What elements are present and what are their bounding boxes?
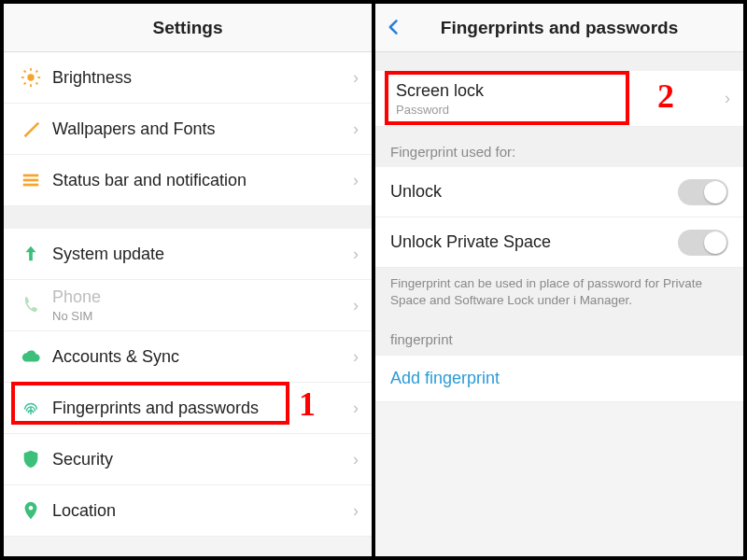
brush-icon	[17, 119, 45, 139]
item-security[interactable]: Security ›	[4, 434, 372, 485]
fp-title: Fingerprints and passwords	[441, 18, 678, 38]
item-screen-lock[interactable]: Screen lock Password ›	[375, 71, 743, 127]
chevron-right-icon: ›	[353, 245, 359, 264]
phone-icon	[17, 295, 45, 315]
item-label: Security	[52, 450, 353, 469]
svg-line-7	[24, 83, 26, 85]
item-label: Location	[52, 501, 353, 521]
item-label: Phone No SIM	[52, 287, 353, 323]
chevron-right-icon: ›	[353, 347, 359, 367]
toggle-switch[interactable]	[678, 179, 728, 205]
add-fingerprint-button[interactable]: Add fingerprint	[375, 355, 743, 402]
item-fingerprints-passwords[interactable]: Fingerprints and passwords ›	[4, 383, 372, 434]
item-accounts-sync[interactable]: Accounts & Sync ›	[4, 331, 372, 383]
settings-list-group2: System update › Phone No SIM › Accounts …	[4, 229, 372, 537]
chevron-right-icon: ›	[353, 399, 359, 418]
chevron-right-icon: ›	[353, 501, 359, 521]
item-label: Status bar and notification	[52, 171, 353, 190]
location-pin-icon	[17, 500, 45, 521]
fp-header: Fingerprints and passwords	[375, 4, 743, 52]
back-button[interactable]	[385, 15, 403, 39]
chevron-right-icon: ›	[353, 119, 359, 139]
toggle-unlock[interactable]: Unlock	[375, 167, 743, 217]
cloud-sync-icon	[17, 346, 45, 367]
arrow-up-icon	[17, 244, 45, 264]
item-label: Accounts & Sync	[52, 347, 353, 367]
svg-point-12	[29, 506, 34, 511]
chevron-right-icon: ›	[353, 450, 359, 469]
list-icon	[17, 170, 45, 190]
chevron-right-icon: ›	[353, 171, 359, 190]
item-label: Brightness	[52, 68, 353, 88]
toggle-switch[interactable]	[678, 230, 728, 256]
settings-title: Settings	[153, 18, 223, 38]
settings-panel: Settings Brightness › Wallpapers and Fon…	[4, 4, 375, 556]
item-label: Wallpapers and Fonts	[52, 119, 353, 139]
settings-header: Settings	[4, 4, 372, 52]
svg-rect-10	[23, 179, 39, 182]
toggle-unlock-private-space[interactable]: Unlock Private Space	[375, 217, 743, 268]
brightness-icon	[17, 67, 45, 88]
svg-rect-11	[23, 184, 39, 187]
item-phone[interactable]: Phone No SIM ›	[4, 280, 372, 331]
svg-line-5	[24, 71, 26, 73]
settings-list-group1: Brightness › Wallpapers and Fonts › Stat…	[4, 52, 372, 206]
item-label: System update	[52, 245, 353, 264]
fingerprint-note: Fingerprint can be used in place of pass…	[375, 268, 743, 322]
item-location[interactable]: Location ›	[4, 485, 372, 537]
chevron-right-icon: ›	[725, 89, 730, 108]
item-system-update[interactable]: System update ›	[4, 229, 372, 280]
section-fingerprint: fingerprint	[375, 322, 743, 355]
section-fingerprint-used-for: Fingerprint used for:	[375, 127, 743, 167]
section-gap	[4, 206, 372, 229]
svg-rect-9	[23, 175, 39, 177]
fingerprint-icon	[17, 398, 45, 418]
step2-number: 2	[657, 77, 674, 116]
svg-line-8	[36, 71, 38, 73]
item-label: Screen lock Password	[396, 81, 725, 117]
fingerprints-panel: Fingerprints and passwords Screen lock P…	[375, 4, 743, 556]
toggle-label: Unlock	[390, 182, 678, 202]
section-gap	[375, 52, 743, 71]
item-wallpapers[interactable]: Wallpapers and Fonts ›	[4, 104, 372, 155]
shield-icon	[17, 449, 45, 469]
item-brightness[interactable]: Brightness ›	[4, 52, 372, 104]
step1-number: 1	[299, 385, 316, 424]
svg-point-0	[27, 74, 34, 80]
toggle-label: Unlock Private Space	[390, 232, 678, 252]
svg-line-6	[36, 83, 38, 85]
item-statusbar[interactable]: Status bar and notification ›	[4, 155, 372, 206]
chevron-right-icon: ›	[353, 68, 359, 88]
chevron-right-icon: ›	[353, 296, 359, 315]
